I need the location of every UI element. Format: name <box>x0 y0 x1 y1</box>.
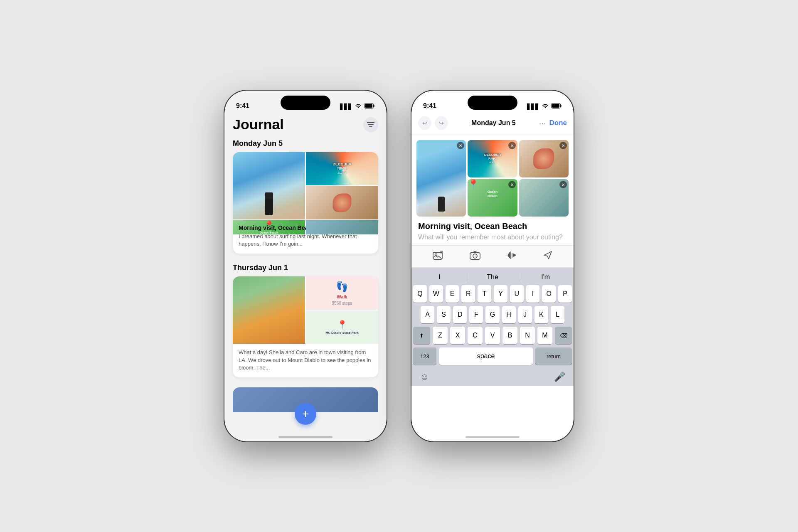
key-b[interactable]: B <box>502 327 517 344</box>
status-icons-right: ▋▋▋ <box>527 103 562 110</box>
mic-icon[interactable]: 🎤 <box>554 372 565 382</box>
autocomplete-im[interactable]: I'm <box>519 273 572 282</box>
autocomplete-i[interactable]: I <box>413 273 466 282</box>
signal-icon-right: ▋▋▋ <box>527 103 539 110</box>
send-location-icon[interactable] <box>543 251 552 262</box>
key-k[interactable]: K <box>534 306 548 323</box>
emoji-mic-row: ☺ 🎤 <box>413 368 572 384</box>
done-button[interactable]: Done <box>549 119 567 127</box>
ep-location-close[interactable]: ✕ <box>508 181 516 188</box>
ep-decoder-close[interactable]: ✕ <box>508 142 516 149</box>
more-button[interactable]: ··· <box>539 118 546 128</box>
shift-key[interactable]: ⬆ <box>413 327 430 344</box>
status-icons-left: ▋▋▋ <box>340 103 375 110</box>
park-icon: 📍 <box>337 320 347 330</box>
battery-icon-left <box>364 103 375 110</box>
key-n[interactable]: N <box>520 327 535 344</box>
photo-decoder: DECODERRINGSLATE <box>306 152 378 185</box>
key-p[interactable]: P <box>558 285 572 303</box>
ep-beach-photo <box>416 140 466 217</box>
key-g[interactable]: G <box>485 306 499 323</box>
photo-grid-thursday: 👣 Walk 9560 steps 📍 Mt. Diablo State Par… <box>233 276 378 344</box>
camera-icon[interactable] <box>470 251 480 262</box>
autocomplete-the[interactable]: The <box>466 273 520 282</box>
status-time-left: 9:41 <box>236 102 249 110</box>
ep-shell-shape <box>533 148 554 169</box>
journal-card-thursday[interactable]: 👣 Walk 9560 steps 📍 Mt. Diablo State Par… <box>233 276 378 377</box>
key-c[interactable]: C <box>468 327 483 344</box>
wifi-icon-left <box>355 103 362 110</box>
key-a[interactable]: A <box>421 306 434 323</box>
key-v[interactable]: V <box>485 327 500 344</box>
autocomplete-bar: I The I'm <box>413 271 572 285</box>
key-d[interactable]: D <box>453 306 467 323</box>
key-i[interactable]: I <box>526 285 540 303</box>
key-l[interactable]: L <box>551 306 564 323</box>
ep-dog-close[interactable]: ✕ <box>559 181 567 188</box>
key-x[interactable]: X <box>450 327 465 344</box>
editor-body-placeholder[interactable]: What will you remember most about your o… <box>411 233 574 245</box>
card-body-thursday: What a day! Sheila and Caro are in town … <box>239 349 372 372</box>
svg-rect-1 <box>374 105 375 107</box>
ep-location-label: OceanBeach <box>468 190 517 198</box>
backspace-key[interactable]: ⌫ <box>555 327 572 344</box>
keyboard-row-2: A S D F G H J K L <box>413 306 572 323</box>
waveform-icon[interactable] <box>506 251 517 262</box>
battery-icon-right <box>551 103 562 110</box>
ep-beach-cell: ✕ <box>416 140 466 217</box>
key-j[interactable]: J <box>518 306 532 323</box>
shell-shape <box>333 194 352 212</box>
key-t[interactable]: T <box>478 285 491 303</box>
card-text-thursday: What a day! Sheila and Caro are in town … <box>233 344 378 377</box>
dynamic-island-right <box>468 96 517 110</box>
key-h[interactable]: H <box>502 306 516 323</box>
key-r[interactable]: R <box>461 285 475 303</box>
journal-card-monday[interactable]: DECODERRINGSLATE 📍 Ocean Beach <box>233 152 378 254</box>
filter-button[interactable] <box>363 117 378 132</box>
photo-flowers <box>233 276 305 344</box>
key-o[interactable]: O <box>542 285 556 303</box>
walk-steps: 9560 steps <box>332 301 352 305</box>
svg-rect-2 <box>365 104 372 108</box>
editor-header: ↩ ↪ Monday Jun 5 ··· Done <box>411 113 574 135</box>
right-screen: 9:41 ▋▋▋ ↩ ↪ Monday Jun 5 <box>411 91 574 441</box>
walk-label: Walk <box>337 294 347 299</box>
editor-title[interactable]: Morning visit, Ocean Beach <box>411 222 574 233</box>
emoji-icon[interactable]: ☺ <box>420 372 429 382</box>
ep-location-cell: 📍 OceanBeach ✕ <box>468 179 517 217</box>
ep-decoder-label: DECODERRINGSLATE <box>480 153 505 164</box>
key-u[interactable]: U <box>510 285 524 303</box>
journal-content: Journal Monday Jun 5 DECODER <box>224 113 387 441</box>
ep-shell-close[interactable]: ✕ <box>559 142 567 149</box>
return-key[interactable]: return <box>535 347 572 365</box>
key-m[interactable]: M <box>537 327 552 344</box>
keyboard-row-3: ⬆ Z X C V B N M ⌫ <box>413 327 572 344</box>
header-right: ··· Done <box>539 118 567 128</box>
key-y[interactable]: Y <box>494 285 507 303</box>
key-z[interactable]: Z <box>433 327 448 344</box>
keyboard: I The I'm Q W E R T Y U I O P A S D <box>411 268 574 386</box>
photo-walk: 👣 Walk 9560 steps <box>306 276 378 310</box>
redo-button[interactable]: ↪ <box>435 116 448 130</box>
ep-decoder-cell: DECODERRINGSLATE ✕ <box>468 140 517 177</box>
journal-title-row: Journal <box>233 113 378 133</box>
svg-rect-7 <box>561 105 562 107</box>
photo-library-icon[interactable] <box>433 251 443 262</box>
key-w[interactable]: W <box>429 285 443 303</box>
new-entry-fab[interactable]: + <box>295 403 316 425</box>
home-indicator-right <box>466 436 520 438</box>
key-e[interactable]: E <box>446 285 459 303</box>
space-key[interactable]: space <box>439 347 533 365</box>
keyboard-row-1: Q W E R T Y U I O P <box>413 285 572 303</box>
photo-beach-main <box>233 152 305 219</box>
undo-button[interactable]: ↩ <box>418 116 431 130</box>
key-s[interactable]: S <box>437 306 451 323</box>
editor-photo-grid: ✕ DECODERRINGSLATE ✕ ✕ 📍 <box>411 135 574 222</box>
ep-shell-cell: ✕ <box>519 140 569 177</box>
key-f[interactable]: F <box>469 306 483 323</box>
park-label: Mt. Diablo State Park <box>325 331 359 335</box>
section-date-thursday: Thursday Jun 1 <box>233 264 378 272</box>
numbers-key[interactable]: 123 <box>413 347 436 365</box>
key-q[interactable]: Q <box>413 285 427 303</box>
header-left: ↩ ↪ <box>418 116 448 130</box>
